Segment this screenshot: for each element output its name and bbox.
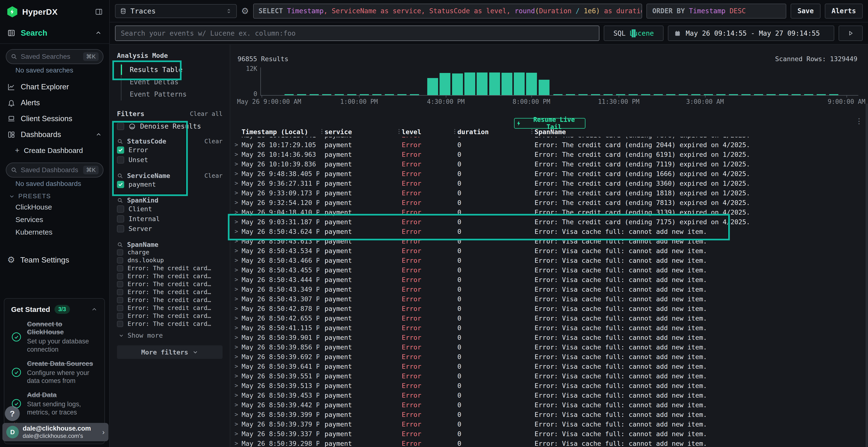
row-expand-chevron[interactable]: > <box>230 344 242 350</box>
user-menu[interactable]: D dale@clickhouse.com dale@clickhouse.co… <box>2 423 108 441</box>
table-row[interactable]: >May 26 8:50:39.513 PMpaymentError0Error… <box>230 381 866 390</box>
preset-dashboard-services[interactable]: Services <box>0 213 109 226</box>
clipped-row[interactable]: >May 26 10:18:13.441 PMpaymentError0Erro… <box>230 137 866 140</box>
analysis-mode-event-patterns[interactable]: Event Patterns <box>122 88 222 100</box>
help-button[interactable]: ? <box>5 406 20 421</box>
histogram-bar[interactable] <box>427 78 438 95</box>
checkbox-checked[interactable] <box>117 146 124 153</box>
filter-option[interactable]: Error: The credit card … <box>117 296 222 304</box>
analysis-mode-results-table[interactable]: Results Table <box>122 64 222 76</box>
saved-searches-input[interactable]: Saved Searches ⌘K <box>6 49 103 64</box>
filter-option[interactable]: Error: The credit card … <box>117 288 222 296</box>
chevron-up-icon[interactable] <box>91 306 98 313</box>
row-expand-chevron[interactable]: > <box>230 180 242 187</box>
histogram-bar[interactable] <box>464 72 475 95</box>
save-button[interactable]: Save <box>790 4 820 19</box>
histogram-bar[interactable] <box>452 73 463 95</box>
table-row[interactable]: >May 26 9:04:18.410 PMpaymentError0Error… <box>230 207 866 217</box>
table-row[interactable]: >May 26 8:50:43.613 PMpaymentError0Error… <box>230 236 866 246</box>
presets-toggle[interactable]: PRESETS <box>9 193 109 200</box>
filter-option[interactable]: Unset <box>117 155 222 165</box>
table-row[interactable]: >May 26 8:50:39.337 PMpaymentError0Error… <box>230 429 866 439</box>
sql-mode-label[interactable]: SQL <box>613 29 626 37</box>
row-expand-chevron[interactable]: > <box>230 305 242 312</box>
filter-option[interactable]: charge <box>117 248 222 256</box>
saved-dashboards-input[interactable]: Saved Dashboards ⌘K <box>6 163 103 177</box>
row-expand-chevron[interactable]: > <box>230 315 242 321</box>
table-row[interactable]: >May 26 8:50:39.641 PMpaymentError0Error… <box>230 362 866 371</box>
table-row[interactable]: >May 26 8:50:43.349 PMpaymentError0Error… <box>230 284 866 294</box>
table-row[interactable]: >May 26 8:50:39.298 PMpaymentError0Error… <box>230 439 866 447</box>
table-options-icon[interactable]: ⋮ <box>856 117 863 125</box>
filter-option[interactable]: payment <box>117 179 222 189</box>
table-row[interactable]: >May 26 9:03:31.187 PMpaymentError0Error… <box>230 217 866 227</box>
preset-dashboard-clickhouse[interactable]: ClickHouse <box>0 201 109 213</box>
chevron-up-icon[interactable] <box>95 29 102 37</box>
histogram-bar[interactable] <box>489 72 500 95</box>
checkbox[interactable] <box>117 249 123 255</box>
filter-option[interactable]: Error: The credit card … <box>117 272 222 280</box>
histogram-bar[interactable] <box>514 72 525 95</box>
checkbox[interactable] <box>117 321 123 327</box>
table-row[interactable]: >May 26 8:50:42.878 PMpaymentError0Error… <box>230 304 866 313</box>
sidebar-item-team-settings[interactable]: ⚙ Team Settings <box>0 251 109 269</box>
query-language-toggle[interactable]: SQL | Lucene <box>604 26 663 41</box>
show-more-link[interactable]: Show more <box>118 332 222 339</box>
table-row[interactable]: >May 26 8:50:39.551 PMpaymentError0Error… <box>230 371 866 381</box>
create-dashboard-button[interactable]: + Create Dashboard <box>0 143 109 157</box>
row-expand-chevron[interactable]: > <box>230 373 242 379</box>
table-row[interactable]: >May 26 8:50:43.466 PMpaymentError0Error… <box>230 255 866 265</box>
row-expand-chevron[interactable]: > <box>230 267 242 273</box>
table-row[interactable]: >May 26 8:50:39.901 PMpaymentError0Error… <box>230 333 866 342</box>
checkbox[interactable] <box>117 265 123 271</box>
row-expand-chevron[interactable]: > <box>230 209 242 215</box>
checkbox[interactable] <box>117 281 123 287</box>
row-expand-chevron[interactable]: > <box>230 238 242 244</box>
sidebar-item-dashboards[interactable]: Dashboards <box>0 127 109 143</box>
preset-dashboard-kubernetes[interactable]: Kubernetes <box>0 226 109 238</box>
row-expand-chevron[interactable]: > <box>230 363 242 370</box>
row-expand-chevron[interactable]: > <box>230 324 242 331</box>
histogram-bar[interactable] <box>439 73 451 95</box>
denoise-results-option[interactable]: Denoise Results <box>117 122 222 130</box>
row-expand-chevron[interactable]: > <box>230 190 242 196</box>
filter-option[interactable]: Server <box>117 224 222 234</box>
row-expand-chevron[interactable]: > <box>230 286 242 293</box>
more-filters-button[interactable]: More filters <box>117 345 222 359</box>
row-expand-chevron[interactable]: > <box>230 257 242 264</box>
table-row[interactable]: >May 26 9:48:38.405 PMpaymentError0Error… <box>230 169 866 178</box>
checkbox[interactable] <box>117 215 124 222</box>
checkbox[interactable] <box>117 225 124 232</box>
order-by-input[interactable]: ORDER BY Timestamp DESC <box>646 4 786 19</box>
event-search-input[interactable]: Search your events w/ Lucene ex. column:… <box>115 26 599 41</box>
row-expand-chevron[interactable]: > <box>230 296 242 302</box>
results-histogram[interactable]: 12K0May 26 9:00:00 AM1:00:00 PM4:30:00 P… <box>230 44 868 107</box>
checkbox[interactable] <box>117 273 123 279</box>
row-expand-chevron[interactable]: > <box>230 141 242 148</box>
table-row[interactable]: >May 26 8:50:39.442 PMpaymentError0Error… <box>230 400 866 410</box>
histogram-bar[interactable] <box>526 73 537 95</box>
column-resize-handle[interactable] <box>319 129 324 135</box>
source-select[interactable]: Traces <box>115 4 237 18</box>
table-row[interactable]: >May 26 8:50:43.624 PMpaymentError0Error… <box>230 227 866 236</box>
histogram-bar[interactable] <box>539 80 550 95</box>
filter-option[interactable]: Error: The credit card … <box>117 264 222 272</box>
clear-all-link[interactable]: Clear all <box>190 110 222 117</box>
table-row[interactable]: >May 26 8:50:43.534 PMpaymentError0Error… <box>230 246 866 255</box>
row-expand-chevron[interactable]: > <box>230 151 242 158</box>
filter-option[interactable]: Internal <box>117 214 222 224</box>
row-expand-chevron[interactable]: > <box>230 440 242 447</box>
table-row[interactable]: >May 26 8:50:41.115 PMpaymentError0Error… <box>230 323 866 333</box>
table-row[interactable]: >May 26 8:50:39.692 PMpaymentError0Error… <box>230 352 866 362</box>
checkbox[interactable] <box>117 289 123 295</box>
column-resize-handle[interactable] <box>529 129 534 135</box>
table-row[interactable]: >May 26 9:33:09.173 PMpaymentError0Error… <box>230 188 866 198</box>
filter-option[interactable]: Client <box>117 204 222 214</box>
table-row[interactable]: >May 26 8:50:43.444 PMpaymentError0Error… <box>230 275 866 284</box>
row-expand-chevron[interactable]: > <box>230 170 242 177</box>
row-expand-chevron[interactable]: > <box>230 421 242 427</box>
alerts-button[interactable]: Alerts <box>825 4 863 19</box>
source-settings-gear-icon[interactable]: ⚙ <box>241 6 249 16</box>
facet-clear-link[interactable]: Clear <box>205 138 222 145</box>
row-expand-chevron[interactable]: > <box>230 199 242 206</box>
